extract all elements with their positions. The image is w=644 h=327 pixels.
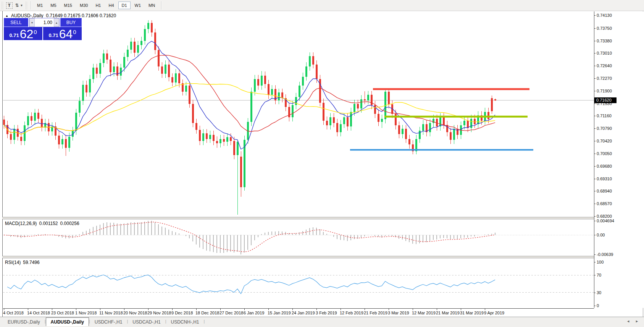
axis-tick: [594, 53, 596, 53]
axis-tick: [220, 309, 221, 310]
rsi-axis-label: 100: [597, 260, 604, 264]
price-axis-label: 0.73010: [597, 51, 612, 55]
timeframe-m30[interactable]: M30: [76, 2, 91, 9]
scroll-right-icon[interactable]: ►: [635, 319, 639, 323]
axis-tick: [594, 179, 596, 179]
rsi-value: 59.7496: [23, 260, 39, 265]
axis-tick: [594, 28, 596, 29]
axis-tick: [594, 191, 596, 191]
axis-tick: [594, 262, 596, 262]
timeframe-h4[interactable]: H4: [105, 2, 117, 9]
price-axis-label: 0.69680: [597, 164, 612, 168]
date-axis-label: 27 Dec 2018: [220, 311, 243, 315]
axis-tick: [594, 216, 596, 217]
tab-audusd-daily[interactable]: AUDUSD-,Daily: [46, 317, 89, 326]
axis-tick: [594, 306, 596, 306]
toolbar-separator: [161, 1, 161, 10]
cursor-tool-button[interactable]: ⇅ ▼: [15, 1, 24, 10]
axis-tick: [52, 309, 52, 310]
axis-tick: [437, 309, 437, 310]
toolbar-separator: [31, 1, 31, 10]
buy-price-display[interactable]: 0.71 64 0: [43, 27, 82, 40]
timeframe-group: M1M5M15M30H1H4D1W1MN: [33, 2, 159, 9]
date-axis-label: 15 Jan 2019: [268, 311, 291, 315]
axis-tick: [594, 254, 596, 255]
axis-tick: [594, 78, 596, 79]
axis-tick: [594, 293, 596, 293]
price-axis-label: 0.70050: [597, 151, 612, 156]
axis-tick: [594, 204, 596, 204]
price-axis-label: 0.72640: [597, 63, 612, 68]
macd-axis-label: -0.00639: [597, 252, 613, 257]
price-axis-label: 0.73380: [597, 39, 612, 43]
candlestick-chart[interactable]: [3, 11, 594, 217]
axis-tick: [341, 309, 341, 310]
axis-tick: [594, 66, 596, 66]
rsi-label: RSI(14) 59.7496: [5, 260, 40, 265]
scroll-left-icon[interactable]: ◄: [626, 319, 630, 323]
price-chart-panel[interactable]: [3, 11, 594, 217]
date-axis[interactable]: 4 Oct 201814 Oct 201823 Oct 20181 Nov 20…: [3, 308, 594, 317]
rsi-axis-label: 30: [597, 290, 601, 295]
timeframe-m15[interactable]: M15: [61, 2, 76, 9]
sell-price-display[interactable]: 0.71 62 0: [4, 27, 42, 40]
date-axis-label: 23 Oct 2018: [51, 311, 74, 315]
volume-decrease-button[interactable]: ▼: [29, 18, 35, 27]
volume-stepper: ▼ ▲: [29, 18, 60, 27]
tab-usdcnh-h1[interactable]: USDCNH-,H1: [166, 317, 204, 326]
volume-increase-button[interactable]: ▲: [54, 18, 59, 27]
chart-header: ▲ AUDUSD-,Daily 0.71649 0.71675 0.71606 …: [5, 13, 116, 18]
collapse-triangle-icon[interactable]: ▲: [5, 14, 8, 18]
timeframe-w1[interactable]: W1: [131, 2, 145, 9]
axis-tick: [365, 309, 365, 310]
price-axis-label: 0.71900: [597, 89, 612, 93]
timeframe-mn[interactable]: MN: [145, 2, 158, 9]
text-tool-icon: T: [6, 2, 13, 9]
axis-tick: [316, 309, 317, 310]
date-axis-label: 4 Oct 2018: [3, 311, 24, 315]
tab-scroll-nav: ◄ ►: [626, 317, 644, 323]
date-axis-label: 21 Feb 2019: [364, 311, 387, 315]
toolbar-grip[interactable]: [25, 2, 27, 9]
rsi-name: RSI(14): [5, 260, 21, 265]
tab-separator: |: [204, 319, 205, 326]
sell-price-main: 0.71: [9, 32, 19, 38]
tab-usdchf-h1[interactable]: USDCHF-,H1: [90, 317, 127, 326]
rsi-axis-label: 0: [597, 303, 599, 308]
text-tool-button[interactable]: T: [5, 1, 14, 10]
axis-tick: [389, 309, 389, 310]
axis-tick: [594, 15, 596, 16]
macd-chart[interactable]: [3, 219, 594, 256]
timeframe-m1[interactable]: M1: [34, 2, 46, 9]
sell-button[interactable]: SELL: [4, 18, 28, 27]
timeframe-m5[interactable]: M5: [47, 2, 60, 9]
date-axis-label: 3 Mar 2019: [388, 311, 409, 315]
price-axis-label: 0.71530: [597, 101, 612, 106]
chart-ohlc-values: 0.71649 0.71675 0.71606 0.71620: [46, 13, 116, 18]
axis-tick: [4, 309, 4, 310]
macd-indicator-panel[interactable]: MACD(12,26,9) 0.001152 0.000256: [3, 219, 594, 256]
price-axis-label: 0.74130: [597, 13, 612, 18]
buy-button[interactable]: BUY: [60, 18, 82, 27]
timeframe-h1[interactable]: H1: [92, 2, 104, 9]
axis-tick: [244, 309, 245, 310]
volume-input[interactable]: [35, 18, 54, 27]
chart-tab-bar: EURUSD-,Daily|AUDUSD-,Daily|USDCHF-,H1|U…: [0, 317, 644, 327]
rsi-chart[interactable]: [3, 258, 594, 308]
date-axis-label: 9 Dec 2018: [171, 311, 193, 315]
axis-tick: [594, 41, 596, 41]
price-axis-label: 0.69310: [597, 176, 612, 181]
tab-eurusd-daily[interactable]: EURUSD-,Daily: [3, 317, 45, 326]
tab-usdcad-h1[interactable]: USDCAD-,H1: [128, 317, 165, 326]
price-axis[interactable]: 0.71620 0.741300.737500.733800.730100.72…: [594, 11, 644, 308]
cursor-tool-icon: ⇅: [15, 3, 19, 8]
rsi-indicator-panel[interactable]: RSI(14) 59.7496: [3, 258, 594, 308]
price-axis-label: 0.70790: [597, 126, 612, 131]
date-axis-label: 21 Mar 2019: [436, 311, 460, 315]
buy-price-big: 64: [59, 28, 73, 40]
macd-axis-label: 0.004694: [597, 219, 614, 223]
toolbar-grip[interactable]: [1, 2, 3, 9]
timeframe-d1[interactable]: D1: [118, 2, 131, 9]
sell-price-big: 62: [20, 28, 34, 40]
axis-tick: [124, 309, 124, 310]
